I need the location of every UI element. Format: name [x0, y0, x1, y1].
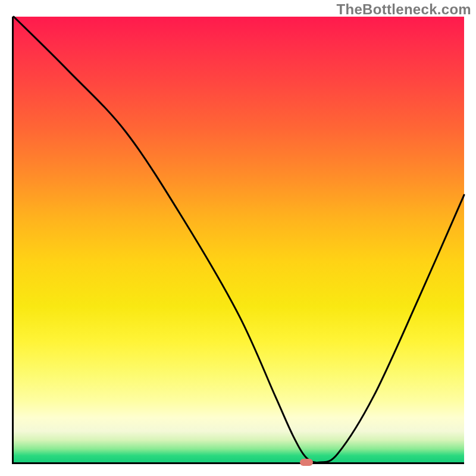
curve-path [14, 17, 464, 462]
plot-area [12, 17, 464, 464]
bottleneck-curve [14, 17, 464, 462]
watermark-label: TheBottleneck.com [337, 1, 471, 18]
optimum-marker [300, 459, 313, 466]
chart-container: TheBottleneck.com [0, 0, 476, 476]
